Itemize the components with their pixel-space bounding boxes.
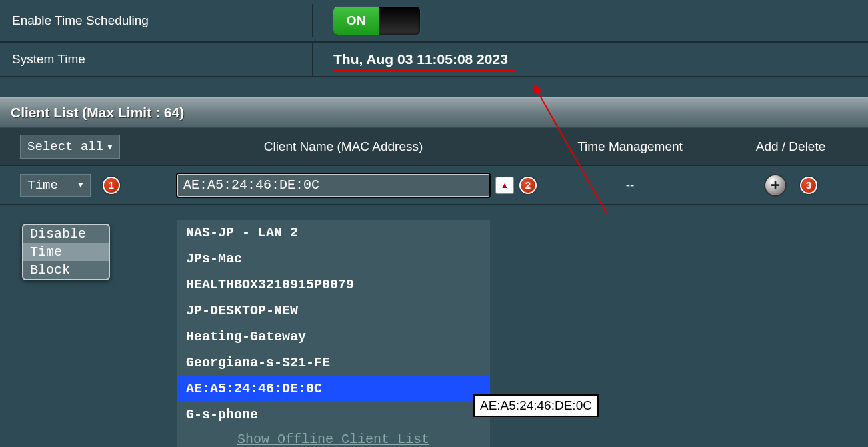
client-option[interactable]: HEALTHBOX3210915P0079 bbox=[177, 272, 490, 298]
callout-badge-2: 2 bbox=[519, 177, 537, 194]
triangle-up-icon: ▲ bbox=[501, 181, 509, 190]
chevron-down-icon: ▼ bbox=[107, 142, 113, 152]
dropdown-toggle-button[interactable]: ▲ bbox=[495, 177, 514, 194]
enable-scheduling-label: Enable Time Scheduling bbox=[0, 4, 313, 37]
mac-tooltip: AE:A5:24:46:DE:0C bbox=[473, 394, 599, 417]
mode-option-time[interactable]: Time bbox=[23, 243, 109, 261]
time-management-value: -- bbox=[547, 178, 713, 193]
client-option[interactable]: JPs-Mac bbox=[177, 246, 490, 272]
client-mac-input[interactable] bbox=[177, 173, 490, 197]
client-option[interactable]: Georgiana-s-S21-FE bbox=[177, 350, 490, 376]
col-client-name: Client Name (MAC Address) bbox=[140, 139, 547, 154]
mode-value: Time bbox=[27, 178, 58, 193]
system-time-value: Thu, Aug 03 11:05:08 2023 bbox=[333, 51, 508, 67]
client-option[interactable]: AE:A5:24:46:DE:0C bbox=[177, 376, 490, 402]
mode-dropdown-list[interactable]: Disable Time Block bbox=[22, 224, 110, 280]
callout-badge-1: 1 bbox=[103, 177, 120, 194]
mode-option-disable[interactable]: Disable bbox=[23, 225, 109, 243]
add-button[interactable]: + bbox=[764, 174, 787, 197]
client-list-header: Client List (Max Limit : 64) bbox=[0, 97, 868, 127]
scheduling-toggle[interactable]: ON bbox=[333, 7, 420, 35]
show-offline-link[interactable]: Show Offline Client List bbox=[177, 428, 490, 447]
client-option[interactable]: G-s-phone bbox=[177, 402, 490, 428]
select-all-label: Select all bbox=[27, 139, 103, 154]
table-row: Time ▼ 1 ▲ 2 -- + 3 bbox=[0, 166, 868, 205]
plus-icon: + bbox=[771, 177, 780, 193]
client-option[interactable]: JP-DESKTOP-NEW bbox=[177, 298, 490, 324]
col-time-management: Time Management bbox=[547, 139, 713, 154]
mode-dropdown[interactable]: Time ▼ bbox=[20, 174, 90, 197]
chevron-down-icon: ▼ bbox=[78, 180, 83, 190]
client-dropdown-list[interactable]: NAS-JP - LAN 2JPs-MacHEALTHBOX3210915P00… bbox=[177, 220, 490, 447]
table-header-row: Select all ▼ Client Name (MAC Address) T… bbox=[0, 127, 868, 166]
client-option[interactable]: NAS-JP - LAN 2 bbox=[177, 220, 490, 246]
system-time-label: System Time bbox=[0, 43, 313, 76]
callout-badge-3: 3 bbox=[800, 177, 817, 194]
col-add-delete: Add / Delete bbox=[713, 139, 868, 154]
toggle-on-label: ON bbox=[333, 7, 379, 35]
system-time-row: System Time Thu, Aug 03 11:05:08 2023 bbox=[0, 43, 868, 77]
client-option[interactable]: Heating-Gateway bbox=[177, 324, 490, 350]
enable-scheduling-row: Enable Time Scheduling ON bbox=[0, 0, 868, 43]
select-all-button[interactable]: Select all ▼ bbox=[20, 135, 120, 159]
mode-option-block[interactable]: Block bbox=[23, 261, 109, 279]
